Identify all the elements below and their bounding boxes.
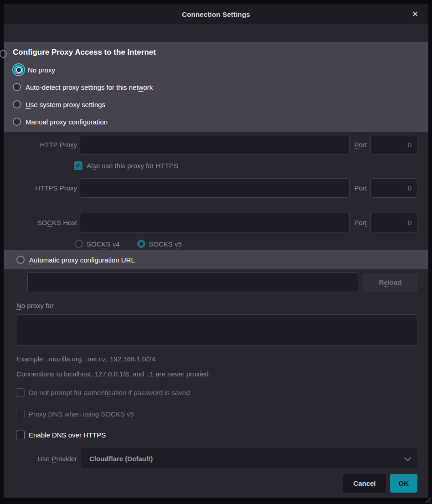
https-proxy-row: HTTPS Proxy Port xyxy=(13,178,417,198)
socks-v4-label: SOCKS v4 xyxy=(87,240,120,248)
radio-socks-v5[interactable] xyxy=(137,240,145,248)
radio-option-auto-detect[interactable]: Auto-detect proxy settings for this netw… xyxy=(13,78,419,96)
http-proxy-label: HTTP Proxy xyxy=(13,141,77,149)
no-proxy-for-label: No proxy for xyxy=(16,302,428,311)
also-https-row[interactable]: ✓ Also use this proxy for HTTPS xyxy=(74,161,417,170)
http-port-label: Port xyxy=(354,141,367,149)
radio-option-auto-url[interactable]: Automatic proxy configuration URL xyxy=(4,250,428,269)
radio-manual-proxy[interactable] xyxy=(13,118,21,126)
auto-url-row: Reload xyxy=(27,273,417,292)
reload-button[interactable]: Reload xyxy=(363,273,417,292)
radio-option-manual-proxy[interactable]: Manual proxy configuration xyxy=(13,113,419,130)
https-port-label: Port xyxy=(354,184,367,192)
proxy-dns-row[interactable]: Proxy DNS when using SOCKS v5 xyxy=(16,409,428,418)
radio-socks-v4[interactable] xyxy=(75,240,83,248)
manual-proxy-section: HTTP Proxy Port ✓ Also use this proxy fo… xyxy=(4,135,428,248)
radio-auto-detect[interactable] xyxy=(13,83,21,91)
section-heading: Configure Proxy Access to the Internet xyxy=(13,48,419,57)
provider-dropdown[interactable]: Cloudflare (Default) xyxy=(81,448,417,468)
proxy-dns-checkbox[interactable] xyxy=(16,410,25,418)
no-proxy-for-textarea[interactable] xyxy=(16,314,417,345)
close-icon: ✕ xyxy=(411,9,418,19)
radio-option-no-proxy[interactable]: No proxy xyxy=(13,61,419,78)
radio-auto-url[interactable] xyxy=(16,256,25,264)
enable-doh-label: Enable DNS over HTTPS xyxy=(29,431,106,439)
radio-label-auto-detect: Auto-detect proxy settings for this netw… xyxy=(26,83,153,91)
no-prompt-auth-row[interactable]: Do not prompt for authentication if pass… xyxy=(16,388,428,397)
dialog-title: Connection Settings xyxy=(182,10,250,18)
radio-label-manual-proxy: Manual proxy configuration xyxy=(26,118,108,126)
no-proxy-example-text: Example: .mozilla.org, .net.nz, 192.168.… xyxy=(16,355,428,363)
proxy-mode-section: Configure Proxy Access to the Internet N… xyxy=(4,42,428,132)
socks-port-input[interactable] xyxy=(370,213,417,232)
dialog-footer: Cancel OK xyxy=(4,474,417,493)
https-port-input[interactable] xyxy=(370,178,417,198)
radio-dot xyxy=(139,242,143,246)
also-https-label: Also use this proxy for HTTPS xyxy=(87,162,178,170)
chevron-down-icon xyxy=(404,454,411,461)
dialog-content: Configure Proxy Access to the Internet N… xyxy=(4,25,428,498)
https-proxy-label: HTTPS Proxy xyxy=(13,184,77,192)
http-proxy-input[interactable] xyxy=(80,135,350,154)
connection-settings-dialog: Connection Settings ✕ Configure Proxy Ac… xyxy=(4,4,428,498)
auto-url-label: Automatic proxy configuration URL xyxy=(29,256,135,264)
check-icon: ✓ xyxy=(76,162,81,169)
https-proxy-input[interactable] xyxy=(80,178,350,198)
doh-provider-row: Use Provider Cloudflare (Default) xyxy=(13,448,417,468)
localhost-note-text: Connections to localhost, 127.0.0.1/8, a… xyxy=(16,370,428,378)
close-button[interactable]: ✕ xyxy=(409,8,421,20)
provider-selected-value: Cloudflare (Default) xyxy=(89,455,153,463)
http-proxy-row: HTTP Proxy Port xyxy=(13,135,417,154)
enable-doh-checkbox[interactable] xyxy=(16,431,25,439)
proxy-dns-label: Proxy DNS when using SOCKS v5 xyxy=(29,410,134,418)
socks-host-row: SOCKS Host Port xyxy=(13,213,417,232)
socks-host-label: SOCKS Host xyxy=(13,219,77,226)
auto-url-input[interactable] xyxy=(27,273,359,292)
cancel-button[interactable]: Cancel xyxy=(343,474,386,493)
radio-no-proxy[interactable] xyxy=(14,65,23,74)
no-prompt-auth-checkbox[interactable] xyxy=(16,388,25,397)
no-prompt-auth-label: Do not prompt for authentication if pass… xyxy=(29,389,190,396)
radio-option-system-proxy[interactable]: Use system proxy settings xyxy=(13,96,419,113)
radio-dot xyxy=(17,68,21,72)
radio-system-proxy[interactable] xyxy=(13,100,21,108)
enable-doh-row[interactable]: Enable DNS over HTTPS xyxy=(16,430,428,439)
connection-settings-window: Connection Settings ✕ Configure Proxy Ac… xyxy=(0,0,432,504)
ok-button[interactable]: OK xyxy=(390,474,418,493)
http-port-input[interactable] xyxy=(370,135,417,154)
socks-host-input[interactable] xyxy=(80,213,350,232)
dialog-titlebar: Connection Settings ✕ xyxy=(4,4,428,25)
radio-label-no-proxy: No proxy xyxy=(28,66,55,74)
also-https-checkbox[interactable]: ✓ xyxy=(74,161,82,170)
socks-v5-label: SOCKS v5 xyxy=(149,240,182,248)
socks-port-label: Port xyxy=(354,219,367,226)
provider-label: Use Provider xyxy=(13,455,77,463)
radio-label-system-proxy: Use system proxy settings xyxy=(26,101,105,108)
socks-version-row: SOCKS v4 SOCKS v5 xyxy=(75,239,417,248)
